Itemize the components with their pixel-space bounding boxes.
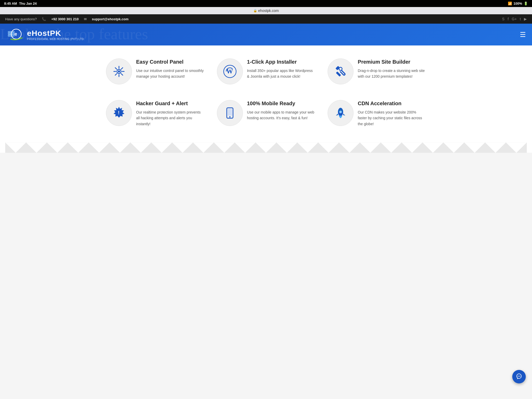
- battery-icon: 🔋: [524, 2, 528, 5]
- phone-number[interactable]: +92 3000 301 210: [51, 17, 78, 21]
- video-icon[interactable]: ▶: [524, 17, 527, 21]
- svg-point-19: [339, 67, 342, 70]
- brand-sub: PROFESSIOANL WEB HOSTING (PVT) LTD.: [27, 38, 84, 41]
- logo-svg: e: [6, 27, 24, 42]
- feature-hacker-guard: ! Hacker Guard + Alert Our realtime prot…: [100, 95, 211, 137]
- feature-site-builder: Premium Site Builder Drag-n-drop to crea…: [321, 53, 432, 95]
- contact-left: Have any questions? 📞 +92 3000 301 210 ✉…: [5, 17, 129, 21]
- hacker-guard-desc: Our realtime protection system prevents …: [136, 109, 204, 127]
- contact-bar: Have any questions? 📞 +92 3000 301 210 ✉…: [0, 14, 532, 24]
- logo-text: eHostPK PROFESSIOANL WEB HOSTING (PVT) L…: [27, 29, 84, 41]
- wifi-icon: 📶: [508, 2, 512, 5]
- svg-line-10: [115, 68, 117, 69]
- svg-line-12: [121, 68, 123, 69]
- mobile-ready-icon-circle: [217, 100, 243, 126]
- feature-hacker-guard-text: Hacker Guard + Alert Our realtime protec…: [136, 100, 204, 127]
- svg-text:e: e: [15, 31, 17, 37]
- feature-app-installer: W 1-Click App Installer Install 350+ pop…: [211, 53, 322, 95]
- hamburger-menu[interactable]: ☰: [520, 31, 526, 38]
- tools-icon: [333, 64, 348, 79]
- time: 8:45 AM: [4, 2, 17, 5]
- gear-icon: [112, 65, 126, 78]
- mobile-ready-desc: Use our mobile apps to manage your web h…: [247, 109, 315, 121]
- main-content: Easy Control Panel Use our intuitive con…: [0, 45, 532, 153]
- logo-area: e eHostPK PROFESSIOANL WEB HOSTING (PVT)…: [6, 27, 84, 42]
- feature-site-builder-text: Premium Site Builder Drag-n-drop to crea…: [358, 58, 426, 79]
- hacker-guard-icon-circle: !: [106, 100, 132, 126]
- svg-point-14: [118, 70, 120, 72]
- zigzag-footer: [5, 142, 527, 153]
- mobile-ready-title: 100% Mobile Ready: [247, 100, 315, 107]
- svg-point-26: [339, 111, 342, 113]
- app-installer-icon-circle: W: [217, 58, 243, 84]
- phone-icon: 📞: [42, 17, 46, 21]
- lock-icon: 🔒: [253, 9, 257, 12]
- question-text: Have any questions?: [5, 17, 37, 21]
- svg-line-11: [121, 74, 123, 75]
- cdn-desc: Our CDN makes your website 200% faster b…: [358, 109, 426, 127]
- skype-icon[interactable]: S: [502, 17, 504, 21]
- brand-name: eHostPK: [27, 29, 84, 38]
- cdn-icon-circle: [328, 100, 354, 126]
- site-builder-title: Premium Site Builder: [358, 58, 426, 65]
- feature-control-panel: Easy Control Panel Use our intuitive con…: [100, 53, 211, 95]
- svg-point-24: [229, 116, 230, 118]
- cdn-title: CDN Acceleration: [358, 100, 426, 107]
- svg-rect-23: [228, 109, 232, 116]
- email-address[interactable]: support@ehostpk.com: [92, 17, 129, 21]
- feature-control-panel-text: Easy Control Panel Use our intuitive con…: [136, 58, 204, 79]
- svg-text:!: !: [118, 110, 119, 115]
- hacker-guard-title: Hacker Guard + Alert: [136, 100, 204, 107]
- email-icon: ✉: [84, 17, 87, 21]
- site-builder-icon-circle: [328, 58, 354, 84]
- feature-cdn-text: CDN Acceleration Our CDN makes your webs…: [358, 100, 426, 127]
- features-row-1: Easy Control Panel Use our intuitive con…: [100, 53, 432, 95]
- feature-mobile-ready: 100% Mobile Ready Use our mobile apps to…: [211, 95, 322, 137]
- control-panel-desc: Use our intuitive control panel to smoot…: [136, 68, 204, 79]
- site-header: e eHostPK PROFESSIOANL WEB HOSTING (PVT)…: [0, 24, 532, 45]
- svg-text:W: W: [226, 68, 233, 75]
- rocket-icon: [333, 106, 348, 120]
- features-row-2: ! Hacker Guard + Alert Our realtime prot…: [100, 95, 432, 137]
- feature-cdn: CDN Acceleration Our CDN makes your webs…: [321, 95, 432, 137]
- status-left: 8:45 AM Thu Jan 24: [4, 2, 37, 5]
- url-text: ehostpk.com: [258, 9, 279, 13]
- status-right: 📶 100% 🔋: [508, 2, 528, 5]
- app-installer-desc: Install 350+ popular apps like Wordpress…: [247, 68, 315, 79]
- feature-app-installer-text: 1-Click App Installer Install 350+ popul…: [247, 58, 315, 79]
- site-builder-desc: Drag-n-drop to create a stunning web sit…: [358, 68, 426, 79]
- feature-mobile-ready-text: 100% Mobile Ready Use our mobile apps to…: [247, 100, 315, 121]
- mobile-icon: [223, 106, 237, 120]
- google-plus-icon[interactable]: G+: [512, 17, 517, 21]
- address-bar[interactable]: 🔒 ehostpk.com: [0, 7, 532, 14]
- date: Thu Jan 24: [19, 2, 37, 5]
- social-links: S f G+ t ▶: [502, 17, 527, 21]
- shield-alert-icon: !: [112, 106, 126, 120]
- facebook-icon[interactable]: f: [508, 17, 509, 21]
- battery-level: 100%: [514, 2, 522, 5]
- app-installer-title: 1-Click App Installer: [247, 58, 315, 65]
- wordpress-icon: W: [223, 64, 237, 79]
- control-panel-icon-circle: [106, 58, 132, 84]
- twitter-icon[interactable]: t: [520, 17, 521, 21]
- control-panel-title: Easy Control Panel: [136, 58, 204, 65]
- status-bar: 8:45 AM Thu Jan 24 📶 100% 🔋: [0, 0, 532, 7]
- svg-line-13: [115, 74, 117, 75]
